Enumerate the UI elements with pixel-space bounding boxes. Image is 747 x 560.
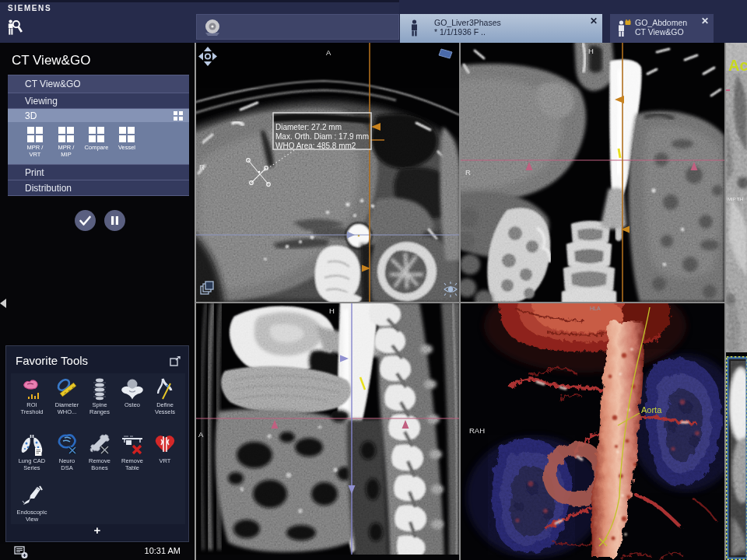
svg-text:A: A bbox=[326, 48, 331, 57]
svg-text:MIP TH: MIP TH bbox=[728, 197, 743, 201]
svg-text:A: A bbox=[198, 430, 204, 439]
svg-text:Max. Orth. Diam : 17.9 mm: Max. Orth. Diam : 17.9 mm bbox=[275, 132, 369, 141]
svg-text:R: R bbox=[199, 163, 205, 171]
svg-text:WHO Area: 485.8 mm2: WHO Area: 485.8 mm2 bbox=[275, 142, 356, 150]
svg-text:Ac: Ac bbox=[728, 57, 747, 74]
svg-text:Diameter: 27.2 mm: Diameter: 27.2 mm bbox=[275, 123, 342, 131]
svg-text:H: H bbox=[329, 306, 335, 315]
svg-text:R: R bbox=[465, 168, 471, 177]
svg-text:HLA: HLA bbox=[590, 306, 601, 311]
svg-text:Aorta: Aorta bbox=[641, 405, 662, 415]
svg-text:RAH: RAH bbox=[469, 426, 485, 435]
svg-text:H: H bbox=[588, 47, 594, 55]
